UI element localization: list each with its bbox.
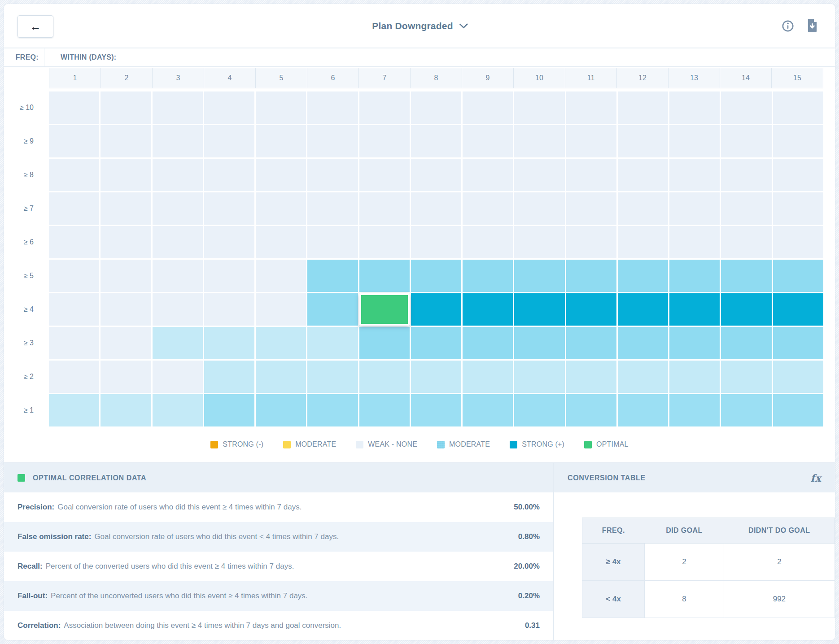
- heatmap-cell[interactable]: [101, 361, 151, 393]
- heatmap-cell[interactable]: [359, 260, 410, 292]
- heatmap-cell[interactable]: [773, 260, 823, 292]
- heatmap-cell[interactable]: [256, 192, 306, 225]
- heatmap-cell[interactable]: [721, 260, 771, 292]
- heatmap-cell[interactable]: [101, 192, 151, 225]
- heatmap-cell[interactable]: [514, 394, 564, 426]
- heatmap-cell[interactable]: [204, 125, 254, 157]
- heatmap-cell[interactable]: [618, 125, 668, 157]
- heatmap-cell[interactable]: [721, 226, 771, 258]
- heatmap-cell[interactable]: [514, 91, 564, 124]
- heatmap-cell[interactable]: [566, 260, 616, 292]
- heatmap-cell[interactable]: [101, 394, 151, 426]
- heatmap-cell[interactable]: [773, 192, 823, 225]
- heatmap-cell[interactable]: [153, 159, 203, 191]
- heatmap-cell[interactable]: [307, 260, 358, 292]
- heatmap-cell[interactable]: [307, 91, 358, 124]
- heatmap-cell[interactable]: [566, 394, 616, 426]
- heatmap-cell[interactable]: [153, 125, 203, 157]
- heatmap-cell[interactable]: [566, 293, 616, 326]
- heatmap-cell[interactable]: [411, 91, 461, 124]
- heatmap-cell[interactable]: [49, 125, 99, 157]
- heatmap-cell[interactable]: [721, 91, 771, 124]
- heatmap-cell[interactable]: [411, 327, 461, 359]
- heatmap-cell[interactable]: [566, 192, 616, 225]
- heatmap-cell[interactable]: [618, 226, 668, 258]
- event-selector[interactable]: Plan Downgraded: [372, 4, 467, 48]
- fx-formula-icon[interactable]: fx: [810, 472, 822, 484]
- heatmap-cell[interactable]: [773, 327, 823, 359]
- heatmap-cell[interactable]: [49, 327, 99, 359]
- heatmap-cell[interactable]: [256, 91, 306, 124]
- heatmap-cell[interactable]: [153, 192, 203, 225]
- heatmap-cell[interactable]: [101, 293, 151, 326]
- heatmap-cell[interactable]: [669, 293, 720, 326]
- heatmap-cell[interactable]: [566, 226, 616, 258]
- heatmap-cell[interactable]: [49, 260, 99, 292]
- heatmap-cell[interactable]: [566, 159, 616, 191]
- heatmap-cell[interactable]: [669, 327, 720, 359]
- heatmap-cell[interactable]: [514, 192, 564, 225]
- heatmap-cell[interactable]: [463, 192, 513, 225]
- heatmap-cell[interactable]: [669, 260, 720, 292]
- heatmap-cell[interactable]: [256, 226, 306, 258]
- heatmap-cell[interactable]: [463, 91, 513, 124]
- heatmap-cell[interactable]: [618, 159, 668, 191]
- heatmap-cell[interactable]: [204, 260, 254, 292]
- heatmap-cell[interactable]: [669, 394, 720, 426]
- heatmap-cell[interactable]: [204, 192, 254, 225]
- heatmap-cell[interactable]: [773, 125, 823, 157]
- info-icon[interactable]: [782, 20, 794, 32]
- heatmap-cell[interactable]: [49, 192, 99, 225]
- heatmap-cell[interactable]: [153, 361, 203, 393]
- heatmap-cell[interactable]: [359, 192, 410, 225]
- heatmap-cell[interactable]: [773, 293, 823, 326]
- heatmap-cell[interactable]: [411, 125, 461, 157]
- heatmap-cell[interactable]: [411, 361, 461, 393]
- heatmap-cell[interactable]: [566, 125, 616, 157]
- heatmap-cell[interactable]: [463, 159, 513, 191]
- heatmap-cell[interactable]: [153, 394, 203, 426]
- heatmap-cell[interactable]: [359, 226, 410, 258]
- heatmap-cell[interactable]: [153, 260, 203, 292]
- heatmap-cell[interactable]: [49, 394, 99, 426]
- download-icon[interactable]: [807, 19, 818, 32]
- heatmap-cell[interactable]: [101, 260, 151, 292]
- heatmap-cell[interactable]: [101, 327, 151, 359]
- heatmap-cell[interactable]: [773, 394, 823, 426]
- heatmap-cell[interactable]: [721, 125, 771, 157]
- heatmap-cell[interactable]: [463, 260, 513, 292]
- heatmap-cell[interactable]: [153, 226, 203, 258]
- heatmap-cell[interactable]: [566, 91, 616, 124]
- heatmap-cell[interactable]: [566, 361, 616, 393]
- heatmap-cell[interactable]: [101, 125, 151, 157]
- heatmap-cell[interactable]: [307, 192, 358, 225]
- heatmap-cell[interactable]: [618, 361, 668, 393]
- heatmap-cell[interactable]: [514, 125, 564, 157]
- heatmap-cell[interactable]: [669, 125, 720, 157]
- heatmap-cell[interactable]: [49, 293, 99, 326]
- heatmap-cell[interactable]: [618, 293, 668, 326]
- heatmap-cell[interactable]: [49, 361, 99, 393]
- heatmap-cell[interactable]: [721, 361, 771, 393]
- heatmap-cell[interactable]: [101, 226, 151, 258]
- heatmap-cell[interactable]: [204, 91, 254, 124]
- heatmap-cell[interactable]: [514, 293, 564, 326]
- heatmap-cell[interactable]: [204, 226, 254, 258]
- heatmap-cell[interactable]: [721, 327, 771, 359]
- heatmap-cell[interactable]: [721, 394, 771, 426]
- optimal-cell[interactable]: [359, 293, 410, 326]
- heatmap-cell[interactable]: [307, 394, 358, 426]
- heatmap-cell[interactable]: [463, 361, 513, 393]
- heatmap-cell[interactable]: [359, 394, 410, 426]
- heatmap-cell[interactable]: [773, 361, 823, 393]
- heatmap-cell[interactable]: [463, 125, 513, 157]
- heatmap-cell[interactable]: [359, 125, 410, 157]
- heatmap-cell[interactable]: [721, 293, 771, 326]
- heatmap-cell[interactable]: [463, 293, 513, 326]
- heatmap-cell[interactable]: [514, 159, 564, 191]
- heatmap-cell[interactable]: [307, 159, 358, 191]
- heatmap-cell[interactable]: [514, 260, 564, 292]
- heatmap-cell[interactable]: [514, 361, 564, 393]
- heatmap-cell[interactable]: [463, 226, 513, 258]
- heatmap-cell[interactable]: [618, 91, 668, 124]
